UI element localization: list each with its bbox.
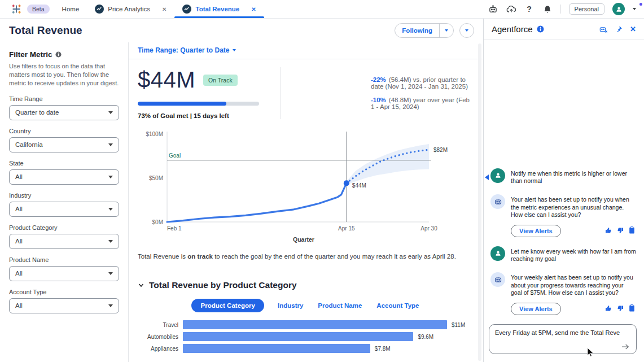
goal-progress-bar — [138, 102, 259, 106]
main-content: Time Range: Quarter to Date $44M On Trac… — [129, 42, 483, 362]
stat-delta: -10% — [371, 97, 386, 103]
panel-collapse-icon[interactable] — [485, 175, 489, 180]
avatar[interactable] — [612, 3, 625, 15]
end-chat-robot-icon[interactable] — [599, 25, 608, 33]
message-text: Your alert has been set up to notify you… — [511, 194, 636, 219]
view-alerts-button[interactable]: View Alerts — [511, 225, 561, 237]
clipboard-icon[interactable] — [629, 226, 635, 236]
scrollbar[interactable] — [478, 43, 481, 361]
bar[interactable] — [183, 320, 447, 329]
breakdown-tab-product-name[interactable]: Product Name — [317, 299, 363, 312]
breakdown-tab-account-type[interactable]: Account Type — [375, 299, 420, 312]
user-message: Let me know every week with how far I am… — [490, 246, 636, 263]
app-window: Beta Home Price Analytics ✕ Total Revenu… — [0, 0, 644, 362]
send-icon[interactable] — [621, 343, 630, 351]
time-range-selector[interactable]: Time Range: Quarter to Date — [129, 42, 483, 59]
comparison-stats: -22%(56.4M) vs. prior quarter to date (N… — [280, 67, 474, 119]
close-tab-icon[interactable]: ✕ — [162, 6, 167, 12]
metric-summary: $44M On Track 73% of Goal met | 15 days … — [129, 59, 483, 125]
bar-value-label: $9.6M — [418, 334, 433, 340]
chevron-down-icon — [108, 176, 113, 178]
category-bar-chart[interactable]: Travel$11MAutomobiles$9.6MAppliances$7.8… — [129, 320, 483, 353]
following-caret-button[interactable] — [440, 24, 453, 37]
bell-icon[interactable] — [542, 4, 553, 14]
thumbs-up-icon[interactable] — [605, 304, 612, 314]
user-message: Notify me when this metric is higher or … — [490, 168, 636, 185]
account-caret-icon[interactable] — [633, 8, 636, 10]
filter-dropdown-value: California — [15, 141, 43, 148]
filter-dropdown[interactable]: All — [9, 169, 119, 185]
filter-field-time-range: Time RangeQuarter to date — [9, 95, 119, 120]
more-actions-button[interactable] — [459, 23, 474, 38]
agentforce-panel: Agentforce ✕ — [484, 19, 644, 362]
time-range-label: Time Range: Quarter to Date — [138, 46, 229, 54]
thumbs-down-icon[interactable] — [617, 304, 624, 314]
filter-dropdown[interactable]: Quarter to date — [9, 105, 119, 120]
chevron-down-icon — [233, 49, 236, 51]
filter-field-label: Product Category — [9, 224, 119, 231]
cloud-icon[interactable] — [506, 4, 516, 14]
chevron-down-icon — [108, 272, 113, 275]
goal-progress-fill — [138, 102, 226, 106]
filter-dropdown[interactable]: California — [9, 137, 119, 152]
filter-dropdown-value: Quarter to date — [15, 109, 59, 116]
status-badge: On Track — [203, 75, 238, 86]
filter-dropdown-value: All — [15, 173, 23, 180]
filter-dropdown[interactable]: All — [9, 266, 119, 281]
metric-value: $44M — [138, 67, 195, 93]
close-icon[interactable]: ✕ — [630, 25, 636, 33]
chat-input[interactable]: Every Friday at 5PM, send me the Total R… — [489, 324, 637, 354]
thumbs-down-icon[interactable] — [617, 226, 624, 236]
thumbs-up-icon[interactable] — [605, 226, 612, 236]
bar-category-label: Travel — [129, 322, 183, 328]
bar-row-appliances: Appliances$7.8M — [129, 344, 466, 353]
help-icon[interactable]: ? — [524, 4, 535, 14]
filter-dropdown[interactable]: All — [9, 298, 119, 313]
revenue-line-chart[interactable]: $0M$50M$100MFeb 1Apr 15Apr 30Goal$44M$82… — [129, 125, 483, 243]
comparison-stat: -10%(48.8M) year over year (Feb 1 - Apr … — [371, 97, 474, 110]
chevron-down-icon — [138, 282, 144, 289]
top-bar: Beta Home Price Analytics ✕ Total Revenu… — [0, 0, 644, 19]
bar-category-label: Appliances — [129, 346, 183, 352]
filter-dropdown[interactable]: All — [9, 234, 119, 249]
tab-price-analytics[interactable]: Price Analytics ✕ — [87, 0, 174, 18]
personal-button[interactable]: Personal — [569, 3, 604, 15]
divider — [560, 5, 561, 14]
bar[interactable] — [183, 344, 370, 353]
following-button[interactable]: Following — [395, 23, 454, 38]
filter-field-product-category: Product CategoryAll — [9, 224, 119, 249]
page-header: Total Revenue Following — [0, 19, 483, 42]
robot-icon — [494, 276, 502, 284]
info-icon[interactable] — [55, 51, 62, 58]
bar-category-label: Automobiles — [129, 334, 183, 340]
mouse-cursor — [587, 347, 594, 357]
following-label[interactable]: Following — [395, 24, 440, 37]
bar[interactable] — [183, 332, 413, 341]
tableau-logo-icon[interactable] — [10, 3, 23, 15]
filter-fields: Time RangeQuarter to dateCountryCaliforn… — [9, 95, 119, 313]
person-icon — [494, 172, 502, 179]
tab-home[interactable]: Home — [54, 0, 87, 18]
svg-text:Feb 1: Feb 1 — [167, 225, 182, 232]
chevron-down-icon — [108, 304, 113, 307]
filter-dropdown-value: All — [15, 302, 23, 309]
info-icon[interactable] — [537, 25, 544, 33]
feedback-icons — [605, 226, 635, 236]
breakdown-tab-product-category[interactable]: Product Category — [191, 299, 264, 312]
view-alerts-button[interactable]: View Alerts — [511, 303, 561, 315]
clipboard-icon[interactable] — [629, 304, 635, 314]
recording-dot — [639, 3, 642, 6]
beta-badge: Beta — [27, 5, 50, 14]
feedback-icons — [605, 304, 635, 314]
agent-robot-icon[interactable] — [488, 4, 498, 14]
close-tab-icon[interactable]: ✕ — [251, 6, 256, 12]
tab-total-revenue[interactable]: Total Revenue ✕ — [174, 0, 264, 18]
svg-text:Goal: Goal — [169, 152, 181, 159]
filter-dropdown[interactable]: All — [9, 202, 119, 217]
breakdown-tab-industry[interactable]: Industry — [277, 299, 304, 312]
pin-icon[interactable] — [615, 25, 623, 33]
svg-text:$100M: $100M — [146, 131, 163, 137]
current-value-dot — [344, 180, 349, 186]
breakdown-section-header[interactable]: Total Revenue by Product Category — [129, 260, 483, 290]
tab-total-revenue-label: Total Revenue — [195, 6, 239, 12]
